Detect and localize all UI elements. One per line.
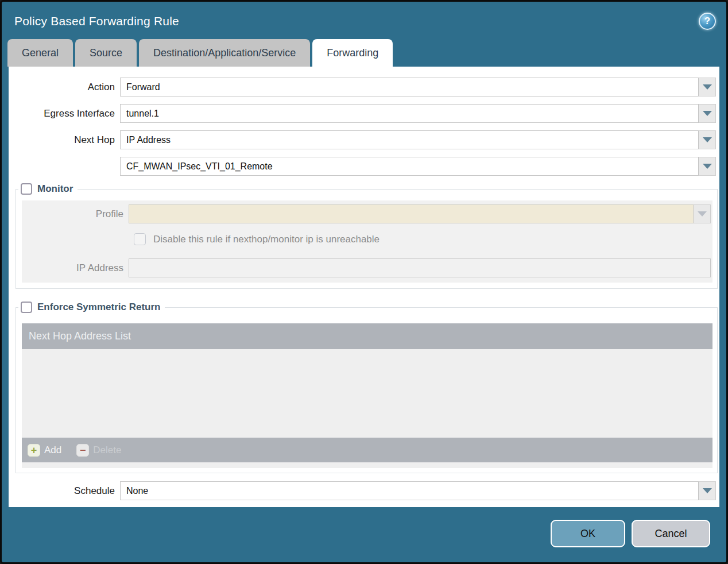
action-value[interactable]: Forward <box>120 78 699 96</box>
schedule-row: Schedule None <box>9 481 716 500</box>
policy-based-forwarding-dialog: Policy Based Forwarding Rule ? General S… <box>0 0 728 564</box>
ok-button[interactable]: OK <box>551 520 625 547</box>
next-hop-type-value[interactable]: IP Address <box>120 130 699 149</box>
monitor-section: Monitor Profile Disable this rule if nex… <box>16 183 718 289</box>
egress-interface-row: Egress Interface tunnel.1 <box>9 104 716 123</box>
delete-button-label: Delete <box>93 445 121 456</box>
schedule-value[interactable]: None <box>120 481 699 500</box>
monitor-legend-label: Monitor <box>37 183 73 195</box>
next-hop-address-value[interactable]: CF_MWAN_IPsec_VTI_01_Remote <box>120 157 699 176</box>
next-hop-address-dropdown-button[interactable] <box>699 157 716 176</box>
next-hop-address-list-header: Next Hop Address List <box>22 323 712 349</box>
enforce-symmetric-return-legend-label: Enforce Symmetric Return <box>37 302 160 313</box>
enforce-symmetric-return-section: Enforce Symmetric Return Next Hop Addres… <box>16 302 718 473</box>
monitor-ip-address-label: IP Address <box>22 262 129 274</box>
monitor-panel: Profile Disable this rule if nexthop/mon… <box>22 200 712 283</box>
delete-button: − Delete <box>76 444 121 457</box>
monitor-checkbox[interactable] <box>21 183 32 195</box>
disable-rule-checkbox <box>134 233 146 245</box>
schedule-label: Schedule <box>9 485 120 497</box>
disable-rule-row: Disable this rule if nexthop/monitor ip … <box>134 233 712 245</box>
action-row: Action Forward <box>9 78 716 96</box>
tab-source[interactable]: Source <box>75 39 137 67</box>
action-label: Action <box>9 82 120 93</box>
titlebar: Policy Based Forwarding Rule ? <box>2 2 726 38</box>
profile-value <box>129 204 694 223</box>
enforce-symmetric-return-legend: Enforce Symmetric Return <box>18 302 165 313</box>
tab-bar: General Source Destination/Application/S… <box>2 38 726 67</box>
egress-interface-label: Egress Interface <box>9 108 120 119</box>
add-button[interactable]: + Add <box>28 444 61 457</box>
next-hop-row: Next Hop IP Address <box>9 130 716 149</box>
dialog-title: Policy Based Forwarding Rule <box>14 14 179 28</box>
forwarding-tab-content: Action Forward Egress Interface tunnel.1… <box>9 67 719 507</box>
chevron-down-icon <box>703 84 712 90</box>
profile-row: Profile <box>22 204 711 223</box>
cancel-button[interactable]: Cancel <box>632 520 710 547</box>
action-dropdown-button[interactable] <box>699 78 716 96</box>
monitor-legend: Monitor <box>18 183 78 195</box>
tab-forwarding[interactable]: Forwarding <box>312 39 393 67</box>
chevron-down-icon <box>703 137 712 142</box>
chevron-down-icon <box>703 111 712 116</box>
egress-interface-value[interactable]: tunnel.1 <box>120 104 699 123</box>
next-hop-address-list-toolbar: + Add − Delete <box>22 438 712 462</box>
monitor-ip-address-value <box>129 258 711 277</box>
next-hop-address-table: Next Hop Address List + Add − Delete <box>22 323 712 462</box>
chevron-down-icon <box>703 488 712 493</box>
chevron-down-icon <box>703 164 712 169</box>
next-hop-label: Next Hop <box>9 134 120 146</box>
next-hop-address-list-body[interactable] <box>22 349 712 438</box>
tab-general[interactable]: General <box>7 39 73 67</box>
disable-rule-label: Disable this rule if nexthop/monitor ip … <box>153 234 380 245</box>
tab-destination-application-service[interactable]: Destination/Application/Service <box>139 39 310 67</box>
add-button-label: Add <box>44 445 61 456</box>
next-hop-dropdown-button[interactable] <box>699 130 716 149</box>
help-icon[interactable]: ? <box>699 13 716 30</box>
next-hop-address-row: CF_MWAN_IPsec_VTI_01_Remote <box>9 157 716 176</box>
schedule-dropdown-button[interactable] <box>699 481 716 500</box>
table-scroll-strip <box>22 462 712 468</box>
monitor-ip-address-row: IP Address <box>22 258 711 277</box>
plus-icon: + <box>28 444 40 457</box>
enforce-symmetric-return-checkbox[interactable] <box>21 302 32 313</box>
dialog-footer: OK Cancel <box>2 507 726 562</box>
chevron-down-icon <box>698 211 707 217</box>
profile-label: Profile <box>22 208 129 220</box>
minus-icon: − <box>76 444 89 457</box>
egress-interface-dropdown-button[interactable] <box>699 104 716 123</box>
help-glyph: ? <box>704 16 710 27</box>
profile-dropdown-button <box>694 204 711 223</box>
